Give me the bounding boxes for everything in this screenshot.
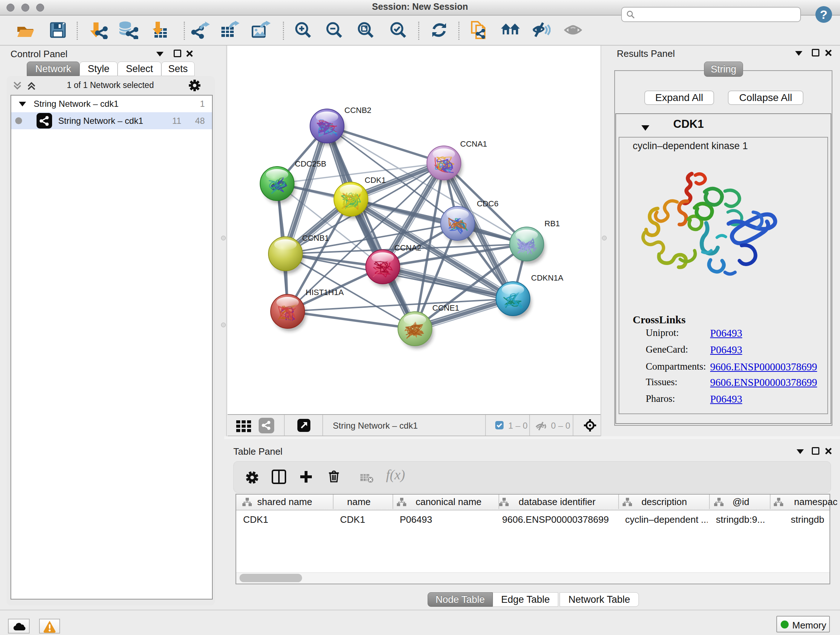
svg-text:CDKN1A: CDKN1A: [531, 273, 564, 282]
svg-text:CCNA1: CCNA1: [460, 139, 487, 149]
svg-text:CDC25B: CDC25B: [295, 159, 326, 168]
svg-text:CDC6: CDC6: [477, 199, 499, 208]
svg-text:CCNA2: CCNA2: [394, 243, 422, 252]
svg-text:CCNB1: CCNB1: [302, 233, 329, 242]
svg-text:CCNB2: CCNB2: [344, 106, 371, 115]
svg-text:CDK1: CDK1: [365, 176, 386, 185]
svg-text:RB1: RB1: [545, 219, 560, 228]
svg-text:HIST1H1A: HIST1H1A: [306, 288, 344, 297]
svg-text:CCNE1: CCNE1: [432, 303, 459, 312]
